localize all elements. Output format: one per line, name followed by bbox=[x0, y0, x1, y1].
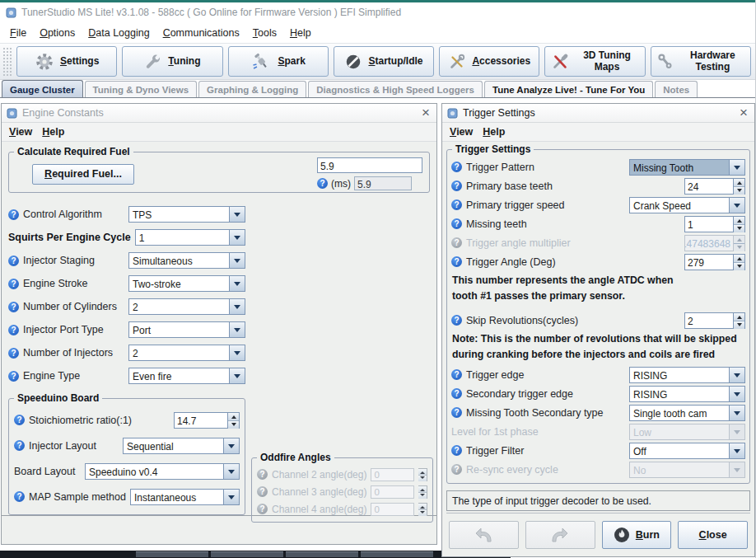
help-icon[interactable] bbox=[451, 162, 462, 172]
trigger-settings-titlebar[interactable]: Trigger Settings × bbox=[442, 104, 754, 123]
injector-port-type-select[interactable]: Port bbox=[128, 321, 245, 338]
hardware-testing-button[interactable]: Hardware Testing bbox=[651, 46, 751, 77]
help-icon[interactable] bbox=[14, 415, 25, 425]
primary-trigger-speed-select[interactable]: Crank Speed bbox=[629, 197, 745, 213]
arrow-down-icon[interactable] bbox=[734, 225, 744, 232]
number-of-injectors-select[interactable]: 2 bbox=[128, 345, 245, 361]
stepper-arrows[interactable] bbox=[734, 216, 745, 232]
injector-layout-select[interactable]: Sequential bbox=[123, 438, 240, 454]
help-icon[interactable] bbox=[451, 388, 462, 399]
menu-tools[interactable]: Tools bbox=[246, 25, 283, 41]
help-icon[interactable] bbox=[14, 491, 25, 502]
skip-revolutions-stepper[interactable]: 2 bbox=[684, 312, 745, 329]
menu-view[interactable]: View bbox=[450, 126, 473, 138]
control-algorithm-select[interactable]: TPS bbox=[128, 206, 245, 223]
arrow-up-icon[interactable] bbox=[734, 179, 744, 187]
secondary-trigger-edge-select[interactable]: RISING bbox=[629, 386, 745, 402]
engine-stroke-select[interactable]: Two-stroke bbox=[128, 275, 245, 292]
tab-tuning-dyno-views[interactable]: Tuning & Dyno Views bbox=[85, 81, 198, 97]
settings-button[interactable]: Settings bbox=[16, 46, 117, 77]
menu-data-logging[interactable]: Data Logging bbox=[82, 25, 156, 41]
close-button[interactable]: Close bbox=[678, 521, 748, 549]
trigger-filter-select[interactable]: Off bbox=[629, 443, 745, 459]
arrow-down-icon[interactable] bbox=[734, 187, 744, 195]
arrow-up-icon[interactable] bbox=[734, 217, 744, 225]
help-icon[interactable] bbox=[8, 256, 19, 266]
arrow-down-icon[interactable] bbox=[228, 421, 239, 429]
chevron-down-icon bbox=[229, 230, 245, 245]
redo-button[interactable] bbox=[525, 521, 595, 549]
tab-diagnostics-loggers[interactable]: Diagnostics & High Speed Loggers bbox=[308, 81, 483, 97]
help-icon[interactable] bbox=[451, 407, 462, 418]
trigger-edge-select[interactable]: RISING bbox=[629, 367, 745, 383]
trigger-angle-stepper[interactable]: 279 bbox=[684, 254, 745, 270]
close-icon[interactable]: × bbox=[422, 107, 430, 119]
stepper-value: 1 bbox=[684, 216, 734, 232]
help-icon[interactable] bbox=[451, 256, 462, 267]
help-icon[interactable] bbox=[451, 181, 462, 191]
menu-file[interactable]: File bbox=[3, 25, 33, 41]
arrow-up-icon[interactable] bbox=[734, 255, 744, 263]
menu-help[interactable]: Help bbox=[283, 25, 318, 41]
help-icon[interactable] bbox=[8, 279, 19, 289]
help-icon[interactable] bbox=[8, 302, 19, 312]
engine-constants-titlebar[interactable]: Engine Constants × bbox=[2, 104, 436, 123]
map-sample-method-select[interactable]: Instantaneous bbox=[130, 489, 240, 505]
undo-button[interactable] bbox=[449, 521, 519, 549]
field-label: Squirts Per Engine Cycle bbox=[8, 232, 131, 243]
required-fuel-button[interactable]: Required Fuel... bbox=[32, 164, 134, 185]
missing-teeth-stepper[interactable]: 1 bbox=[684, 216, 745, 232]
arrow-up-icon[interactable] bbox=[228, 413, 239, 421]
menu-help[interactable]: Help bbox=[483, 126, 505, 138]
burn-button[interactable]: Burn bbox=[602, 521, 672, 549]
arrow-up-icon[interactable] bbox=[734, 313, 744, 321]
accessories-button[interactable]: Accessories bbox=[439, 46, 539, 77]
menu-help[interactable]: Help bbox=[42, 126, 64, 138]
required-fuel-input[interactable]: 5.9 bbox=[317, 157, 422, 173]
trigger-pattern-select[interactable]: Missing Tooth bbox=[629, 159, 745, 176]
help-icon[interactable] bbox=[8, 371, 19, 382]
missing-tooth-secondary-type-select[interactable]: Single tooth cam bbox=[629, 405, 745, 421]
group-title: Trigger Settings bbox=[452, 143, 534, 155]
stepper-arrows[interactable] bbox=[734, 312, 745, 329]
squirts-per-cycle-select[interactable]: 1 bbox=[135, 229, 245, 246]
help-icon[interactable] bbox=[14, 440, 25, 451]
help-icon[interactable] bbox=[8, 325, 19, 335]
injector-staging-select[interactable]: Simultaneous bbox=[128, 252, 245, 269]
primary-base-teeth-stepper[interactable]: 24 bbox=[684, 178, 745, 195]
arrow-down-icon[interactable] bbox=[734, 321, 744, 329]
tab-notes[interactable]: Notes bbox=[655, 81, 698, 97]
selected-value: Missing Tooth bbox=[630, 160, 729, 175]
help-icon[interactable] bbox=[317, 178, 328, 189]
close-icon[interactable]: × bbox=[740, 107, 748, 119]
stepper-arrows[interactable] bbox=[228, 412, 240, 429]
gauge-cluster-edge bbox=[0, 551, 511, 558]
menu-options[interactable]: Options bbox=[33, 25, 82, 41]
help-icon[interactable] bbox=[451, 315, 462, 326]
help-icon[interactable] bbox=[451, 445, 462, 456]
help-icon[interactable] bbox=[451, 199, 462, 210]
arrow-down-icon[interactable] bbox=[734, 263, 744, 270]
startup-idle-button[interactable]: Startup/Idle bbox=[334, 46, 434, 77]
stepper-arrows[interactable] bbox=[734, 254, 745, 270]
help-icon[interactable] bbox=[451, 218, 462, 229]
stoichiometric-ratio-stepper[interactable]: 14.7 bbox=[174, 412, 240, 429]
help-icon[interactable] bbox=[8, 348, 19, 359]
engine-type-select[interactable]: Even fire bbox=[128, 368, 245, 384]
help-icon[interactable] bbox=[8, 209, 19, 220]
menu-view[interactable]: View bbox=[9, 126, 32, 138]
chevron-down-icon bbox=[229, 345, 245, 360]
app-titlebar[interactable]: TunerStudio MS Lite! v3.1.08 - 588cc ( G… bbox=[0, 2, 755, 22]
tab-tune-analyze-live[interactable]: Tune Analyze Live! - Tune For You bbox=[484, 81, 653, 97]
tab-graphing-logging[interactable]: Graphing & Logging bbox=[198, 81, 306, 97]
board-layout-select[interactable]: Speeduino v0.4 bbox=[85, 463, 240, 480]
tuning-button[interactable]: Tuning bbox=[122, 46, 222, 77]
spark-button[interactable]: Spark bbox=[228, 46, 329, 77]
3d-tuning-maps-button[interactable]: 3D Tuning Maps bbox=[544, 46, 645, 77]
row-secondary-trigger-edge: Secondary trigger edge RISING bbox=[451, 384, 745, 403]
stepper-arrows[interactable] bbox=[734, 178, 745, 195]
number-of-cylinders-select[interactable]: 2 bbox=[128, 298, 245, 315]
tab-gauge-cluster[interactable]: Gauge Cluster bbox=[2, 80, 83, 97]
menu-communications[interactable]: Communications bbox=[156, 25, 246, 41]
help-icon[interactable] bbox=[451, 369, 462, 380]
